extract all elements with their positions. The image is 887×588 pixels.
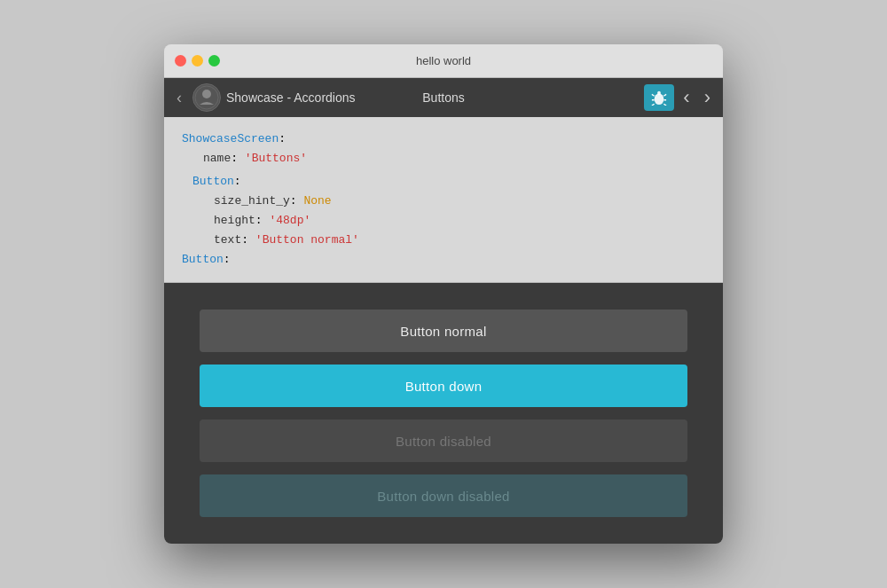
code-line-1: ShowcaseScreen: [182,129,705,149]
code-line-4: Button: [182,172,705,192]
code-key-sizehint: size_hint_y [214,194,290,208]
code-line-5: size_hint_y: None [182,192,705,211]
code-class-button: Button [192,175,234,188]
code-panel: ShowcaseScreen: name: 'Buttons' Button: … [164,117,723,284]
section-title: Buttons [422,90,464,105]
next-button[interactable]: › [699,82,716,113]
nav-bar: ‹ Showcase - Accordions Buttons [164,78,723,117]
svg-line-5 [664,94,667,96]
demo-panel: Button normal Button down Button disable… [164,283,723,544]
code-value-height: '48dp' [269,214,310,227]
svg-point-1 [202,90,211,98]
maximize-button[interactable] [208,55,220,67]
svg-line-9 [664,104,667,106]
code-line-2: name: 'Buttons' [182,149,705,169]
code-value-name: 'Buttons' [245,152,307,165]
window-controls [175,55,220,67]
title-bar: hello world [164,44,723,78]
window-title: hello world [416,54,471,67]
code-key-text: text [214,233,241,247]
svg-line-8 [652,104,655,106]
code-line-6: height: '48dp' [182,211,705,231]
code-class-1: ShowcaseScreen [182,132,279,145]
app-window: hello world ‹ Showcase - Accordions Butt… [164,44,723,545]
close-button[interactable] [175,55,186,67]
button-down-disabled: Button down disabled [200,474,687,517]
nav-actions: ‹ › [644,82,716,113]
code-value-sizehint: None [303,194,331,208]
code-line-8: Button: [182,250,705,270]
code-key-height: height [214,214,255,227]
svg-point-2 [655,93,664,105]
minimize-button[interactable] [192,55,203,67]
code-key-name: name [203,152,231,165]
svg-line-4 [652,94,655,96]
code-value-text: 'Button normal' [255,233,359,247]
debug-button[interactable] [644,84,674,111]
back-button[interactable]: ‹ [171,86,187,109]
svg-rect-3 [658,90,662,95]
button-disabled: Button disabled [200,419,687,462]
button-normal[interactable]: Button normal [200,310,687,352]
code-class-button2: Button [182,253,224,266]
prev-button[interactable]: ‹ [678,82,695,113]
code-line-7: text: 'Button normal' [182,231,705,250]
button-down[interactable]: Button down [200,365,687,407]
logo-icon [192,83,221,112]
